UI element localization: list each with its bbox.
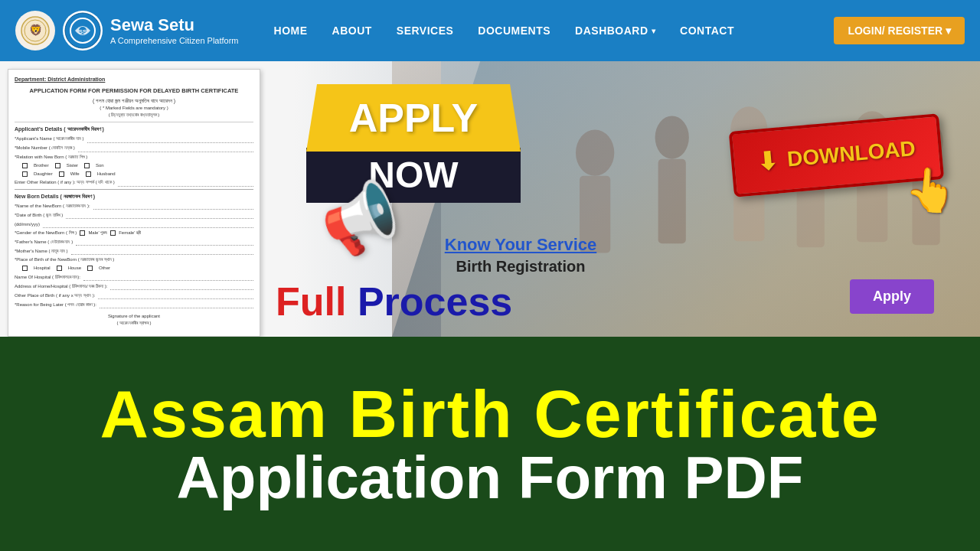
birth-registration-text: Birth Registration <box>276 258 766 276</box>
form-father-name: *Father's Name ( দেউতাকৰ নাম ) <box>15 238 253 246</box>
form-newborn-section: New Born Details ( নৱজাতকৰ বিৱৰণ ) <box>15 193 253 201</box>
form-hospital-name: Name Of Hospital ( চিকিৎসালয়ৰ নাম): <box>15 273 253 281</box>
nav-home[interactable]: HOME <box>262 0 320 61</box>
svg-point-8 <box>576 129 614 175</box>
form-dob: *Date of Birth ( জন্ম তাৰিখ ) <box>15 211 253 219</box>
brand-subtitle: A Comprehensive Citizen Platform <box>110 35 239 46</box>
apply-cta-button[interactable]: Apply <box>850 279 934 314</box>
chevron-down-icon: ▾ <box>652 27 656 35</box>
nav-documents[interactable]: DOCUMENTS <box>466 0 563 61</box>
process-text: Process <box>358 279 512 324</box>
form-reason-late: *Reason for Being Later ( পলম হোৱাৰ কাৰণ… <box>15 301 253 308</box>
full-text: Full <box>276 279 346 324</box>
banner-line1: Assam Birth Certificate <box>100 380 880 448</box>
form-other-relation: Enter Other Relation ( if any ): অন্য সম… <box>15 179 253 187</box>
brand-title: Sewa Setu <box>110 15 239 35</box>
form-field-name: *Applicant's Name ( আৱেদনকাৰীৰ নাম ) <box>15 135 253 143</box>
form-relation-options2: Daughter Wife Husband <box>22 171 253 178</box>
hero-section: Department: District Administration APPL… <box>0 61 980 337</box>
nav-links: HOME ABOUT SERVICES DOCUMENTS DASHBOARD … <box>262 0 835 61</box>
form-other-place: Other Place of Birth ( if any x অন্য স্থ… <box>15 292 253 299</box>
form-main-title: APPLICATION FORM FOR PERMISSION FOR DELA… <box>15 86 253 95</box>
form-image: Department: District Administration APPL… <box>8 69 260 337</box>
nav-services[interactable]: SERVICES <box>384 0 466 61</box>
svg-text:SS: SS <box>79 28 87 35</box>
download-icon: ⬇ <box>756 146 779 177</box>
nav-dashboard[interactable]: DASHBOARD ▾ <box>563 0 668 61</box>
form-place-options: Hospital House Other <box>22 265 253 272</box>
nav-contact[interactable]: CONTACT <box>668 0 746 61</box>
know-service-section: Know Your Service Birth Registration <box>276 235 766 276</box>
form-field-mobile: *Mobile Number ( মোবাইল নম্বৰ ) <box>15 145 253 152</box>
brand-text: Sewa Setu A Comprehensive Citizen Platfo… <box>110 15 239 47</box>
login-register-button[interactable]: LOGIN/ REGISTER ▾ <box>834 17 965 44</box>
bottom-banner: Assam Birth Certificate Application Form… <box>0 337 980 551</box>
banner-line2: Application Form PDF <box>177 448 804 507</box>
form-mother-name: *Mother's Name ( মাতৃৰ নাম ) <box>15 247 253 255</box>
svg-point-10 <box>655 116 689 158</box>
cursor-hand-icon: 👆 <box>903 164 959 218</box>
form-gender: *Gender of the NewBorn ( লিঙ্গ ) Male' প… <box>15 230 253 236</box>
know-service-link[interactable]: Know Your Service <box>276 235 766 255</box>
form-assamese-text: ( পলম হোৱা জন্ম পঞ্জীয়ন অনুমতিৰ বাবে আৱ… <box>15 97 253 106</box>
form-place-birth: *Place of Birth of the NewBorn ( নৱজাতকৰ… <box>15 256 253 263</box>
nav-about[interactable]: ABOUT <box>320 0 384 61</box>
download-label: DOWNLOAD <box>786 136 916 172</box>
apply-text: APPLY <box>329 98 498 138</box>
form-mandatory-note: ( * Marked Fields are mandatory ) <box>15 105 253 112</box>
brand-area: 🦁 SS Sewa Setu A Comprehensive Citizen P… <box>15 11 239 51</box>
form-dept-title: Department: District Administration <box>15 76 253 84</box>
form-applicants-section: Applicant's Details ( আৱেদনকাৰীৰ বিৱৰণ ) <box>15 126 253 134</box>
form-signature: Signature of the applicant( আৱেদনকাৰীৰ স… <box>15 313 253 327</box>
svg-rect-11 <box>658 159 686 244</box>
svg-text:🦁: 🦁 <box>29 24 43 37</box>
form-newborn-name: *Name of the NewBorn ( নৱজাতকৰ নাম ): <box>15 202 253 210</box>
emblem-logo: 🦁 <box>15 11 55 51</box>
navbar: 🦁 SS Sewa Setu A Comprehensive Citizen P… <box>0 0 980 61</box>
dashboard-label: DASHBOARD <box>575 24 648 37</box>
form-relation-options: Brother Sister Son <box>22 162 253 169</box>
apply-now-banner: APPLY NOW <box>306 84 521 203</box>
apply-yellow-bg: APPLY <box>306 84 521 152</box>
form-dob-format: (dd/mm/yyy) <box>15 220 253 228</box>
form-field-relation: *Relation with New Born ( নৱজাত শিশু ) <box>15 154 253 161</box>
sewa-logo: SS <box>63 11 103 51</box>
form-assamese-note: ( চিহ্নযুক্ত তথ্যবোৰ বাধ্যতামূলক ) <box>15 112 253 119</box>
form-hospital-address: Address of Home/Hospital ( চিকিৎসালয়/ ঘ… <box>15 282 253 290</box>
